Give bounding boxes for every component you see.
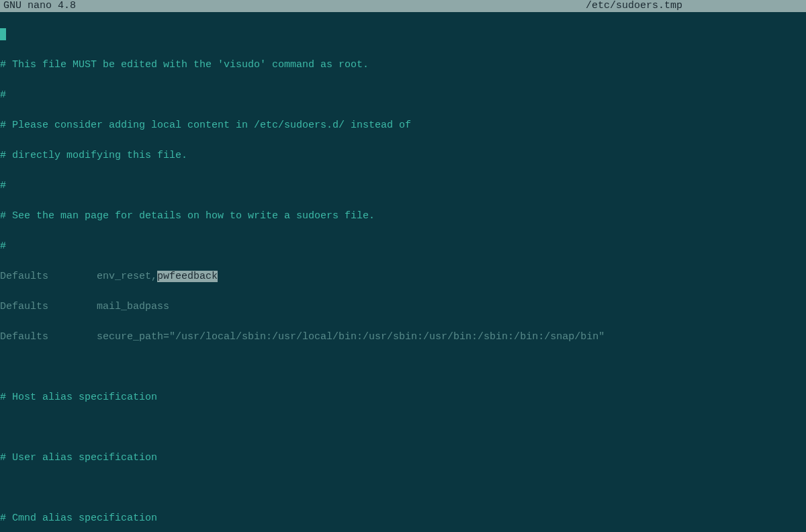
comment-line: # directly modifying this file.: [0, 148, 806, 164]
comment-line: # Cmnd alias specification: [0, 511, 806, 527]
blank-line: [0, 481, 806, 496]
comment-line: #: [0, 179, 806, 194]
cursor-indicator: [0, 28, 6, 40]
nano-header-bar: GNU nano 4.8 /etc/sudoers.tmp: [0, 0, 806, 12]
comment-line: # See the man page for details on how to…: [0, 209, 806, 224]
defaults-env-reset: Defaults env_reset,: [0, 271, 157, 282]
editor-content-area[interactable]: # This file MUST be edited with the 'vis…: [0, 12, 806, 532]
comment-line: #: [0, 88, 806, 103]
comment-line: # This file MUST be edited with the 'vis…: [0, 58, 806, 73]
blank-line: [0, 360, 806, 375]
defaults-line: Defaults env_reset,pwfeedback: [0, 269, 806, 285]
defaults-line: Defaults secure_path="/usr/local/sbin:/u…: [0, 330, 806, 345]
file-path-label: /etc/sudoers.tmp: [465, 0, 803, 13]
comment-line: # User alias specification: [0, 451, 806, 466]
comment-line: # Please consider adding local content i…: [0, 118, 806, 134]
blank-line: [0, 420, 806, 436]
comment-line: # Host alias specification: [0, 390, 806, 406]
highlighted-pwfeedback: pwfeedback: [157, 271, 218, 282]
app-name-label: GNU nano 4.8: [3, 0, 76, 13]
defaults-line: Defaults mail_badpass: [0, 300, 806, 315]
comment-line: #: [0, 239, 806, 255]
